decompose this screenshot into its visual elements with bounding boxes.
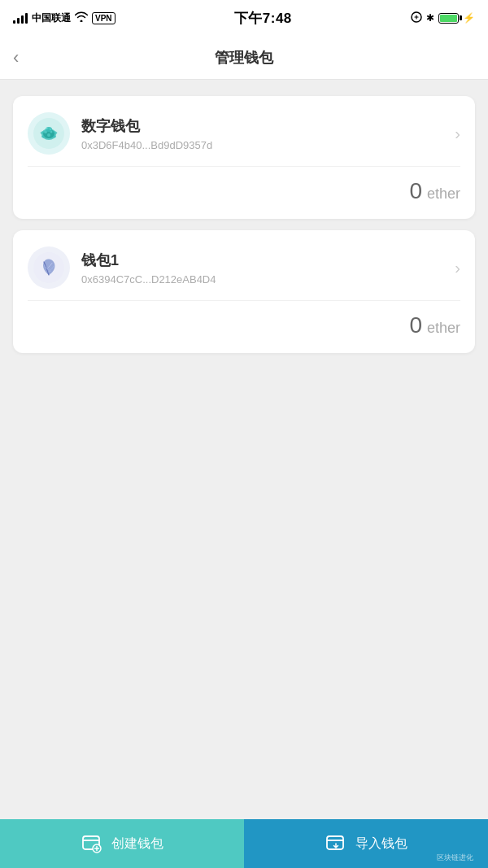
wallet-card-1-top: 数字钱包 0x3D6F4b40...Bd9dD9357d ›: [13, 96, 475, 166]
tab-bar: 创建钱包 导入钱包 区块链进化: [0, 819, 488, 868]
charging-icon: ⚡: [463, 12, 475, 24]
status-right: ✱ ⚡: [411, 11, 475, 25]
svg-point-6: [47, 133, 50, 137]
svg-point-9: [50, 129, 51, 130]
import-wallet-icon: [325, 832, 347, 855]
wallet-avatar-2: [28, 246, 70, 289]
status-time: 下午7:48: [234, 9, 292, 28]
wallet-1-unit: ether: [427, 185, 460, 203]
wallet-card-2[interactable]: 钱包1 0x6394C7cC...D212eAB4D4 › 0 ether: [13, 230, 475, 353]
nav-bar: ‹ 管理钱包: [0, 36, 488, 80]
wallet-2-unit: ether: [427, 320, 460, 337]
import-wallet-label: 导入钱包: [355, 835, 407, 853]
main-content: 数字钱包 0x3D6F4b40...Bd9dD9357d › 0 ether: [0, 80, 488, 819]
back-button[interactable]: ‹: [13, 47, 19, 68]
wifi-icon: [75, 11, 88, 24]
wallet-1-address: 0x3D6F4b40...Bd9dD9357d: [81, 139, 455, 151]
bluetooth-icon: ✱: [426, 12, 434, 24]
wallet-1-chevron-icon: ›: [455, 124, 460, 143]
wallet-2-address: 0x6394C7cC...D212eAB4D4: [81, 273, 455, 286]
wallet-2-amount: 0: [409, 312, 422, 338]
wallet-card-2-top: 钱包1 0x6394C7cC...D212eAB4D4 ›: [13, 230, 475, 300]
wallet-1-amount: 0: [409, 178, 422, 204]
status-bar: 中国联通 VPN 下午7:48 ✱ ⚡: [0, 0, 488, 36]
page-title: 管理钱包: [215, 48, 273, 68]
wallet-card-1[interactable]: 数字钱包 0x3D6F4b40...Bd9dD9357d › 0 ether: [13, 96, 475, 219]
wallet-2-chevron-icon: ›: [455, 259, 460, 277]
wallet-1-info: 数字钱包 0x3D6F4b40...Bd9dD9357d: [81, 116, 455, 151]
status-left: 中国联通 VPN: [13, 11, 115, 25]
wallet-1-name: 数字钱包: [81, 116, 455, 136]
import-wallet-button[interactable]: 导入钱包 区块链进化: [244, 819, 488, 868]
vpn-badge: VPN: [92, 12, 115, 24]
wallet-2-name: 钱包1: [81, 251, 455, 270]
watermark: 区块链进化: [437, 853, 473, 863]
create-wallet-icon: [81, 832, 103, 855]
wallet-avatar-1: [28, 112, 70, 155]
battery-icon: [438, 13, 459, 24]
create-wallet-button[interactable]: 创建钱包: [0, 819, 244, 868]
wallet-1-balance: 0 ether: [13, 167, 475, 219]
create-wallet-label: 创建钱包: [111, 835, 163, 853]
wallet-2-balance: 0 ether: [13, 301, 475, 353]
svg-point-8: [46, 128, 48, 129]
wallet-2-info: 钱包1 0x6394C7cC...D212eAB4D4: [81, 251, 455, 286]
carrier-label: 中国联通: [32, 11, 71, 25]
lock-icon: [411, 11, 422, 25]
signal-icon: [13, 12, 28, 24]
